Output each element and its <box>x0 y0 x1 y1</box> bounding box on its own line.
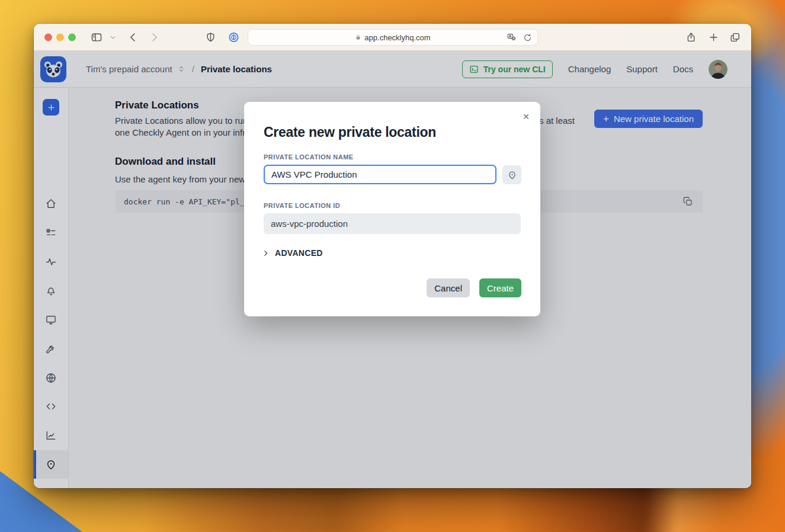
browser-toolbar: app.checklyhq.com <box>34 24 751 51</box>
reload-icon[interactable] <box>523 33 532 42</box>
location-pin-icon[interactable] <box>502 165 521 184</box>
name-field-label: PRIVATE LOCATION NAME <box>264 153 354 161</box>
translate-icon[interactable] <box>507 33 517 42</box>
modal-title: Create new private location <box>264 124 436 140</box>
id-field-label: PRIVATE LOCATION ID <box>264 202 340 209</box>
back-icon[interactable] <box>127 31 139 43</box>
tab-overview-icon[interactable] <box>729 31 741 43</box>
close-window-button[interactable] <box>44 33 52 41</box>
advanced-label: ADVANCED <box>275 248 323 258</box>
private-location-name-input[interactable] <box>264 165 496 184</box>
new-tab-icon[interactable] <box>708 31 719 43</box>
address-bar[interactable]: app.checklyhq.com <box>248 29 538 46</box>
minimize-window-button[interactable] <box>56 33 64 41</box>
sidebar-chevron-down-icon[interactable] <box>110 34 116 40</box>
lock-icon <box>355 34 361 41</box>
browser-window: app.checklyhq.com <box>34 24 751 488</box>
zoom-window-button[interactable] <box>68 33 76 41</box>
close-icon[interactable]: × <box>519 109 533 123</box>
private-location-id-value: aws-vpc-production <box>264 213 521 234</box>
chevron-right-icon <box>262 249 270 257</box>
create-button[interactable]: Create <box>479 278 521 297</box>
onepassword-extension-icon[interactable] <box>228 31 239 43</box>
forward-icon[interactable] <box>149 31 160 43</box>
advanced-toggle[interactable]: ADVANCED <box>262 248 323 258</box>
cancel-button[interactable]: Cancel <box>427 278 470 297</box>
create-private-location-modal: × Create new private location PRIVATE LO… <box>244 102 540 316</box>
url-text: app.checklyhq.com <box>364 33 430 42</box>
shield-extension-icon[interactable] <box>206 32 216 43</box>
sidebar-toggle-icon[interactable] <box>91 31 102 43</box>
share-icon[interactable] <box>685 31 697 43</box>
